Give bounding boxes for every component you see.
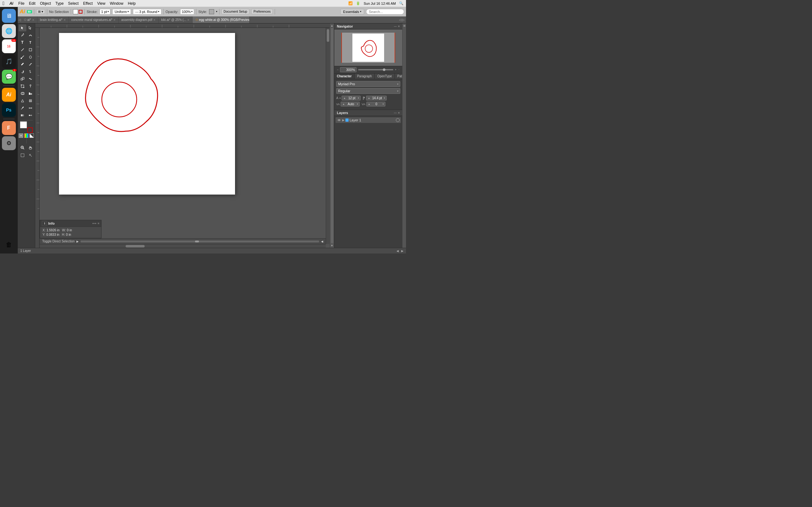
dock-calendar[interactable]: 16 16 — [2, 39, 16, 53]
dock-illustrator[interactable]: Ai — [2, 88, 16, 102]
tab-close-1[interactable]: ✕ — [63, 18, 66, 21]
line-tool[interactable] — [19, 46, 26, 53]
artboard-right[interactable]: ▶ — [401, 249, 403, 252]
dock-trash[interactable]: 🗑 — [2, 238, 16, 251]
tab-close-2[interactable]: ✕ — [113, 18, 116, 21]
dock-music[interactable]: 🎵 — [2, 55, 16, 68]
menu-select[interactable]: Select — [68, 1, 79, 6]
tab-nav-left[interactable]: ◁ — [399, 18, 402, 21]
hand-tool[interactable] — [27, 144, 34, 151]
free-transform-tool[interactable] — [19, 83, 26, 90]
dock-chrome[interactable]: 🌐 — [2, 24, 16, 38]
rp-scroll-down[interactable]: ▼ — [331, 244, 334, 247]
smooth-tool[interactable] — [27, 61, 34, 68]
touch-type-tool[interactable]: T — [27, 39, 34, 46]
dock-system-prefs[interactable]: ⚙ — [2, 136, 16, 150]
tab-close-4[interactable]: ✕ — [187, 18, 190, 21]
toggle-arrow-left[interactable]: ◀ — [321, 240, 323, 243]
br-logo[interactable]: Br — [27, 10, 32, 13]
leading-input[interactable]: ▲ 14.4 pt ▾ — [366, 96, 387, 101]
kern-up[interactable]: ▲ — [342, 103, 345, 106]
pen-tool[interactable] — [19, 32, 26, 39]
blend-tool[interactable] — [27, 112, 34, 119]
toggle-slider-thumb[interactable] — [195, 240, 199, 242]
none-fill[interactable]: ✕ — [19, 133, 23, 138]
toggle-arrow-right[interactable]: ▶ — [77, 240, 79, 243]
font-size-input[interactable]: ▲ 12 pt ▾ — [342, 96, 361, 101]
tab-character[interactable]: Character — [334, 73, 355, 79]
preferences-btn[interactable]: Preferences — [251, 9, 273, 14]
tab-4[interactable]: kiki.ai* @ 25% (... ✕ — [159, 16, 193, 23]
kerning-input[interactable]: ▲ Auto ▾ — [341, 102, 360, 107]
live-paint-tool[interactable] — [27, 90, 34, 97]
menu-help[interactable]: Help — [128, 1, 136, 6]
stroke-value-input[interactable]: 1 pt▾ — [100, 9, 110, 14]
view-toggle[interactable]: ⊞ ▾ — [36, 9, 45, 14]
tab-nav-right[interactable]: ▷ — [402, 18, 405, 21]
tab-close-3[interactable]: ✕ — [153, 18, 156, 21]
menu-window[interactable]: Window — [110, 1, 123, 6]
perspective-tool[interactable] — [19, 97, 26, 104]
eyedropper-tool[interactable] — [19, 105, 26, 112]
dock-messages[interactable]: 💬 1 — [2, 70, 16, 83]
apple-menu[interactable]:  — [3, 1, 4, 6]
track-up[interactable]: ▲ — [368, 103, 370, 106]
search-input[interactable] — [366, 9, 404, 14]
zoom-out-btn[interactable]: − — [337, 68, 339, 71]
shape-builder-tool[interactable] — [19, 90, 26, 97]
style-arrow[interactable]: ▾ — [216, 10, 217, 13]
rp-scroll-up[interactable]: ▲ — [331, 24, 334, 27]
layer-expand-arrow[interactable]: ▶ — [342, 118, 345, 122]
info-menu[interactable]: ≡ — [98, 222, 99, 225]
spotlight-icon[interactable]: 🔍 — [399, 1, 403, 5]
navigator-menu[interactable]: ≡ — [398, 25, 400, 28]
warp-tool[interactable] — [27, 75, 34, 82]
zoom-input[interactable]: 300% — [340, 67, 357, 72]
direct-selection-tool[interactable] — [27, 24, 34, 32]
menu-object[interactable]: Object — [40, 1, 51, 6]
layers-menu[interactable]: ≡ — [398, 111, 400, 114]
style-swatch[interactable] — [209, 9, 214, 14]
blob-brush-tool[interactable] — [27, 54, 34, 60]
tab-5[interactable]: ⬡ egg white.ai @ 300% (RGB/Preview) ✕ — [193, 16, 250, 23]
pattern-fill[interactable] — [30, 133, 34, 138]
fill-color-box[interactable] — [20, 121, 27, 128]
h-scroll-thumb[interactable] — [125, 245, 145, 247]
slice-tool[interactable] — [27, 152, 34, 159]
leading-up[interactable]: ▲ — [368, 97, 370, 100]
rotate-tool[interactable] — [19, 68, 26, 75]
tab-paragraph[interactable]: Paragraph — [355, 73, 375, 79]
tab-1[interactable]: brain knitting.ai* ✕ — [38, 16, 69, 23]
tracking-input[interactable]: ▲ 0 ▾ — [366, 102, 386, 107]
menu-edit[interactable]: Edit — [29, 1, 36, 6]
artboard-left[interactable]: ◀ — [397, 249, 399, 252]
menu-effect[interactable]: Effect — [83, 1, 93, 6]
gradient-tool[interactable] — [19, 112, 26, 119]
stroke-color-box-tools[interactable] — [27, 127, 33, 133]
opacity-input[interactable]: 100%▾ — [180, 9, 194, 14]
curvature-tool[interactable] — [27, 32, 34, 39]
v-scroll-thumb[interactable] — [327, 29, 329, 42]
vertical-scrollbar[interactable] — [326, 28, 329, 244]
pencil-tool[interactable] — [19, 61, 26, 68]
tab-pathfinder[interactable]: Pathfinder — [395, 73, 402, 79]
zoom-slider-thumb[interactable] — [383, 68, 386, 71]
tab-3[interactable]: assembly diagram.pdf ✕ — [119, 16, 159, 23]
font-style-input[interactable]: Regular ▾ — [336, 88, 400, 94]
gradient-fill[interactable] — [24, 133, 29, 138]
uniform-dropdown[interactable]: Uniform▾ — [112, 9, 131, 14]
tab-close-0[interactable]: ✕ — [32, 18, 35, 21]
scale-tool[interactable] — [19, 75, 26, 82]
paintbrush-tool[interactable] — [19, 54, 26, 60]
dock-photoshop[interactable]: Ps — [2, 103, 16, 117]
layers-collapse[interactable]: — — [394, 111, 397, 114]
horizontal-scrollbar[interactable] — [40, 244, 326, 248]
tab-opentype[interactable]: OpenType — [374, 73, 395, 79]
zoom-in-btn[interactable]: + — [395, 68, 397, 71]
zoom-slider[interactable] — [358, 69, 393, 70]
size-up[interactable]: ▲ — [343, 97, 346, 100]
toggle-slider[interactable] — [81, 240, 319, 242]
tab-0[interactable]: ⬡ ai* ✕ — [21, 16, 38, 23]
round-dropdown[interactable]: — 3 pt. Round▾ — [133, 9, 161, 14]
stroke-swatch[interactable] — [79, 10, 83, 14]
